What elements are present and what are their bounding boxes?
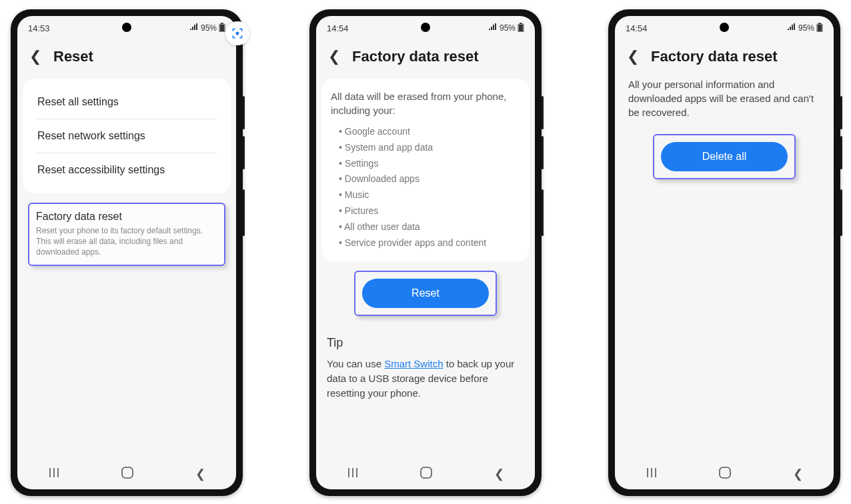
bullet-item: Service provider apps and content (339, 235, 520, 251)
back-icon[interactable]: ❮ (624, 48, 642, 65)
volume-up-button[interactable] (542, 96, 544, 129)
list-item-label: Reset network settings (37, 130, 216, 142)
tip-text-pre: You can use (327, 358, 384, 369)
bullet-item: Google account (339, 124, 520, 140)
camera-hole (421, 23, 430, 32)
recents-button[interactable] (35, 463, 73, 486)
svg-rect-10 (819, 23, 821, 24)
erase-warning-text: All your personal information and downlo… (626, 76, 823, 121)
svg-rect-3 (220, 25, 224, 31)
erase-info-card: All data will be erased from your phone,… (321, 79, 530, 261)
reset-button[interactable]: Reset (362, 279, 489, 308)
svg-rect-6 (520, 23, 522, 24)
camera-hole (720, 23, 729, 32)
reset-accessibility-settings[interactable]: Reset accessibility settings (36, 153, 217, 187)
volume-up-button[interactable] (840, 96, 842, 129)
recents-button[interactable] (632, 463, 671, 486)
bullet-item: System and app data (339, 140, 520, 156)
camera-hole (122, 23, 131, 32)
battery-percent: 95% (500, 23, 516, 33)
svg-rect-7 (519, 25, 523, 31)
home-button[interactable] (406, 462, 446, 487)
status-time: 14:54 (327, 23, 349, 33)
list-item-label: Reset all settings (37, 96, 216, 108)
back-icon[interactable]: ❮ (27, 48, 44, 65)
phone-frame-3: 14:54 95% ❮ Factory data reset All your … (608, 9, 840, 496)
svg-rect-11 (818, 25, 822, 31)
status-time: 14:54 (626, 23, 648, 33)
battery-percent: 95% (798, 23, 814, 33)
home-button[interactable] (107, 462, 147, 487)
bullet-item: Downloaded apps (339, 171, 520, 187)
back-icon[interactable]: ❮ (325, 48, 343, 65)
signal-icon (787, 23, 796, 33)
volume-down-button[interactable] (542, 136, 544, 169)
svg-point-0 (236, 32, 239, 35)
list-item-label: Reset accessibility settings (37, 164, 216, 176)
navigation-bar: ❮ (615, 459, 834, 489)
reset-button-highlight: Reset (354, 271, 497, 316)
volume-down-button[interactable] (243, 136, 245, 169)
back-button[interactable]: ❮ (182, 463, 219, 485)
back-button[interactable]: ❮ (481, 463, 518, 485)
tip-heading: Tip (327, 336, 524, 350)
phone-frame-1: 14:53 95% ❮ Reset Reset all settings (11, 9, 243, 496)
svg-rect-8 (421, 467, 432, 478)
factory-reset-sub: Reset your phone to its factory default … (36, 225, 217, 258)
bullet-item: All other user data (339, 219, 520, 235)
page-header: ❮ Reset (17, 37, 236, 76)
svg-rect-4 (122, 467, 133, 478)
factory-reset-title: Factory data reset (36, 211, 217, 223)
bullet-item: Settings (339, 156, 520, 172)
svg-rect-2 (221, 23, 223, 24)
recents-button[interactable] (333, 463, 372, 486)
signal-icon (189, 23, 199, 33)
page-title: Factory data reset (651, 48, 778, 65)
svg-rect-12 (720, 467, 730, 478)
battery-icon (219, 23, 225, 34)
reset-network-settings[interactable]: Reset network settings (36, 119, 217, 153)
battery-icon (518, 23, 524, 34)
page-title: Reset (53, 48, 93, 65)
back-button[interactable]: ❮ (780, 463, 816, 485)
reset-options-card: Reset all settings Reset network setting… (23, 79, 231, 193)
erase-bullet-list: Google account System and app data Setti… (331, 124, 520, 251)
bullet-item: Pictures (339, 203, 520, 219)
delete-all-button-highlight: Delete all (653, 134, 796, 179)
smart-switch-link[interactable]: Smart Switch (384, 358, 443, 369)
screenshot-tool-icon[interactable] (225, 21, 249, 45)
battery-icon (816, 23, 823, 34)
bullet-item: Music (339, 187, 520, 203)
page-header: ❮ Factory data reset (316, 37, 535, 76)
home-button[interactable] (705, 462, 745, 487)
power-button[interactable] (243, 189, 245, 236)
page-header: ❮ Factory data reset (615, 37, 834, 76)
phone-frame-2: 14:54 95% ❮ Factory data reset All data … (309, 9, 542, 496)
reset-all-settings[interactable]: Reset all settings (36, 85, 217, 119)
navigation-bar: ❮ (316, 459, 535, 489)
erase-description: All data will be erased from your phone,… (331, 89, 520, 117)
volume-up-button[interactable] (243, 96, 245, 129)
navigation-bar: ❮ (17, 459, 236, 489)
power-button[interactable] (840, 189, 842, 236)
battery-percent: 95% (201, 23, 217, 33)
page-title: Factory data reset (352, 48, 479, 65)
power-button[interactable] (542, 189, 544, 236)
status-time: 14:53 (28, 23, 50, 33)
factory-data-reset-highlight[interactable]: Factory data reset Reset your phone to i… (28, 203, 225, 266)
volume-down-button[interactable] (840, 136, 842, 169)
delete-all-button[interactable]: Delete all (661, 142, 788, 171)
signal-icon (488, 23, 498, 33)
tip-body: You can use Smart Switch to back up your… (327, 357, 524, 400)
